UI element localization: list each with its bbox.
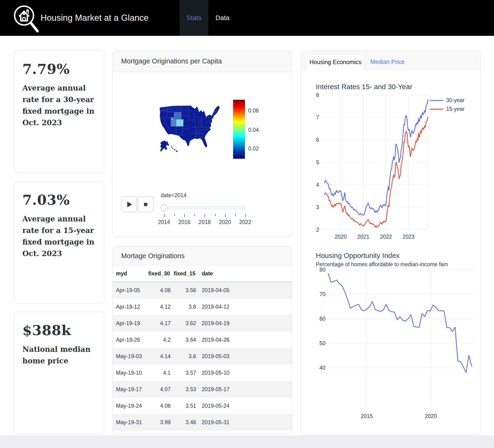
us-choropleth-map[interactable]	[159, 105, 220, 154]
top-header-bar: Housing Market at a Glance Stats Data	[0, 0, 494, 36]
table-cell: 4.07	[148, 381, 173, 397]
table-header-row: myd fixed_30 fixed_15 date	[113, 266, 292, 282]
table-cell	[245, 348, 292, 365]
table-row: May-19-174.073.532019-05-17	[113, 381, 292, 397]
legend-label-15yr: 15-year	[446, 106, 465, 112]
table-cell: 4.12	[148, 298, 173, 315]
stat-card-median-price: $388k National median home price	[14, 312, 104, 434]
y-tick-label: 60	[319, 316, 325, 322]
table-cell: Apr-19-19	[113, 315, 148, 332]
table-row: May-19-244.063.512019-05-24	[113, 397, 292, 414]
table-cell	[245, 414, 292, 431]
y-tick-label: 7	[316, 114, 319, 120]
table-cell: 4.08	[148, 282, 173, 298]
table-cell	[245, 298, 292, 315]
x-tick-label: 2020	[335, 234, 347, 240]
y-tick-label: 2	[316, 227, 319, 233]
housing-dashboard: { "header": { "title": "Housing Market a…	[0, 0, 494, 448]
nav-tab-stats[interactable]: Stats	[180, 0, 208, 36]
y-tick-label: 8	[316, 92, 319, 98]
state-colorado[interactable]	[176, 119, 183, 126]
stat-card-15yr-rate: 7.03% Average annual rate for a 15-year …	[14, 181, 104, 304]
year-slider-handle[interactable]	[161, 204, 168, 211]
table-cell: 2019-04-26	[199, 332, 245, 348]
col-header-myd: myd	[113, 266, 148, 282]
slider-tick	[184, 214, 185, 217]
table-cell: 4.17	[148, 315, 173, 332]
table-cell: 2019-05-10	[199, 365, 245, 381]
table-cell: Jun-19-07	[113, 431, 148, 434]
table-cell: 3.99	[148, 414, 173, 431]
mortgage-rates-table: myd fixed_30 fixed_15 date Apr-19-054.08…	[113, 266, 292, 434]
colorbar-gradient	[233, 100, 245, 159]
table-cell: May-19-17	[113, 381, 148, 397]
table-row: May-19-104.13.572019-05-10	[113, 365, 292, 381]
table-cell: 2019-04-12	[199, 298, 245, 315]
table-cell: May-19-31	[113, 414, 148, 431]
stat-desc-median-price: National median home price	[22, 344, 96, 367]
table-cell: May-19-03	[113, 348, 148, 365]
table-cell: 4.2	[148, 332, 173, 348]
slider-current-label: date=2014	[161, 192, 186, 199]
tab-housing-economics[interactable]: Housing Economics	[306, 54, 365, 70]
table-cell	[245, 381, 292, 397]
slider-tick	[195, 214, 195, 216]
slider-tick	[245, 214, 246, 217]
y-tick-label: 50	[319, 340, 325, 346]
state-hawaii[interactable]	[171, 147, 178, 152]
col-header-fixed30: fixed_30	[148, 266, 173, 282]
table-cell	[245, 282, 292, 298]
x-tick-label: 2021	[357, 234, 369, 240]
year-slider-track[interactable]	[164, 206, 246, 209]
series-15-year	[324, 117, 428, 227]
table-cell: 2019-04-19	[199, 315, 245, 332]
legend-row-15yr[interactable]: 15-year	[430, 105, 479, 114]
nav-tab-data[interactable]: Data	[208, 0, 237, 36]
table-cell: 3.28	[173, 431, 199, 434]
slider-tick	[174, 214, 175, 216]
housing-economics-card: Housing Economics Median Price Interest …	[301, 51, 481, 435]
legend-label-30yr: 30-year	[446, 97, 465, 103]
x-tick-label: 2022	[380, 234, 392, 240]
x-tick-label: 2020	[425, 413, 437, 419]
table-cell: Apr-19-12	[113, 298, 148, 315]
state-alaska[interactable]	[160, 141, 169, 152]
table-row: May-19-313.993.462019-05-31	[113, 414, 292, 431]
hoi-chart-title: Housing Opportunity Index	[316, 252, 399, 260]
y-tick-label: 3	[316, 204, 319, 210]
table-cell: 2019-05-03	[199, 348, 245, 365]
series-hoi	[328, 274, 472, 372]
table-row: May-19-034.143.62019-05-03	[113, 348, 292, 365]
table-cell	[245, 431, 292, 434]
table-row: Apr-19-054.083.562019-04-05	[113, 282, 292, 298]
slider-tick	[225, 214, 225, 217]
slider-tick	[235, 214, 236, 216]
table-cell: 3.82	[148, 431, 173, 434]
series-30-year	[324, 100, 428, 215]
slider-tick	[215, 214, 215, 216]
slider-year-label: 2020	[214, 219, 236, 225]
stat-value-30yr: 7.79%	[22, 61, 96, 77]
legend-swatch-30yr	[430, 100, 443, 101]
map-card-title: Mortgage Originations per Capita	[121, 57, 222, 65]
table-cell: May-19-24	[113, 397, 148, 414]
y-tick-label: 6	[316, 137, 319, 143]
legend-row-30yr[interactable]: 30-year	[430, 96, 479, 105]
play-button[interactable]	[121, 196, 137, 212]
state-wyoming[interactable]	[174, 112, 181, 119]
interest-chart-legend: 30-year 15-year	[430, 96, 479, 114]
table-row: Jun-19-073.823.282019-06-07	[113, 431, 292, 434]
table-cell: 2019-06-07	[199, 431, 245, 434]
table-card-header: Mortage Originations	[113, 247, 292, 266]
stop-button[interactable]	[138, 196, 153, 212]
tab-median-price[interactable]: Median Price	[369, 54, 406, 70]
footer-strip	[0, 435, 494, 448]
col-header-fixed15: fixed_15	[173, 266, 199, 282]
stat-desc-15yr: Average annual rate for a 15-year fixed …	[22, 213, 96, 259]
table-cell: 3.56	[173, 282, 199, 298]
table-row: Apr-19-124.123.62019-04-12	[113, 298, 292, 315]
table-cell: Apr-19-26	[113, 332, 148, 348]
table-cell: 2019-04-05	[199, 282, 245, 298]
slider-year-label: 2014	[153, 219, 175, 225]
y-tick-label: 5	[316, 159, 319, 166]
